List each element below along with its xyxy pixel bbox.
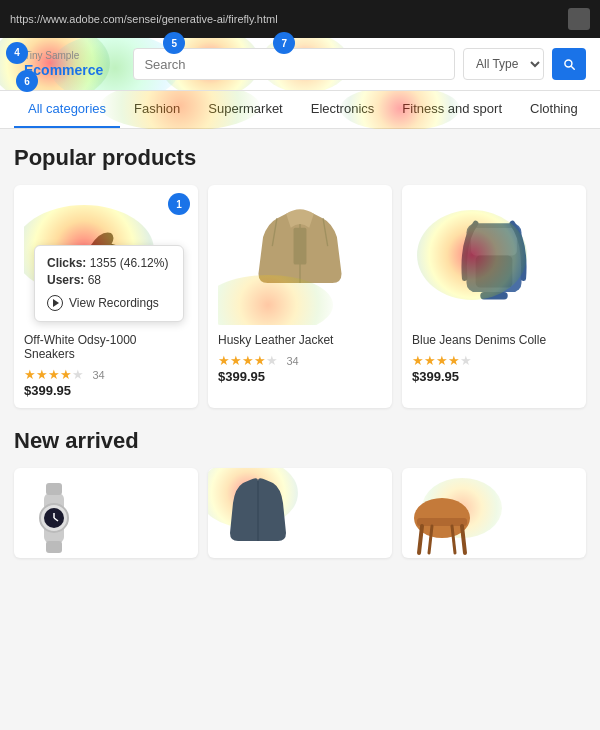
- svg-rect-16: [417, 518, 467, 526]
- product-price-jacket: $399.95: [218, 369, 382, 384]
- tooltip-clicks: Clicks: 1355 (46.12%): [47, 256, 171, 270]
- product-image-jacket: [218, 195, 382, 325]
- nav-wrapper: All categories Fashion Supermarket Elect…: [0, 91, 600, 129]
- backpack-illustration: [444, 205, 544, 315]
- product-stars-sneakers: ★★★★★ 34: [24, 365, 188, 383]
- product-price-sneakers: $399.95: [24, 383, 188, 398]
- bubble-1: 1: [168, 193, 190, 215]
- svg-line-18: [462, 526, 465, 553]
- product-stars-jacket: ★★★★★ 34: [218, 351, 382, 369]
- product-name-jacket: Husky Leather Jacket: [218, 333, 382, 347]
- tooltip-users: Users: 68: [47, 273, 171, 287]
- svg-rect-7: [476, 255, 513, 287]
- play-triangle: [53, 299, 59, 307]
- nav-item-electronics[interactable]: Electronics: [297, 91, 389, 128]
- jacket2-illustration: [223, 473, 293, 558]
- svg-line-17: [419, 526, 422, 553]
- new-card-watch[interactable]: [14, 468, 198, 558]
- logo-wrapper: 4 Tiny Sample Ecommerce 6: [14, 50, 103, 79]
- product-image-backpack: [412, 195, 576, 325]
- play-icon: [47, 295, 63, 311]
- svg-rect-6: [480, 292, 508, 299]
- review-count-jacket: 34: [286, 355, 298, 367]
- search-area: 5 7 All Type: [133, 48, 586, 80]
- browser-top-bar: https://www.adobe.com/sensei/generative-…: [0, 0, 600, 38]
- logo-small-text: Tiny Sample: [24, 50, 103, 62]
- nav-item-fashion[interactable]: Fashion: [120, 91, 194, 128]
- popular-products-title: Popular products: [14, 145, 586, 171]
- new-arrived-title: New arrived: [14, 428, 586, 454]
- product-card-sneakers[interactable]: 1 Clicks: 1355 (46.12%): [14, 185, 198, 408]
- jacket-illustration: [245, 200, 355, 320]
- site-header: 4 Tiny Sample Ecommerce 6 5 7 All Type: [0, 38, 600, 91]
- nav-item-all-categories[interactable]: All categories: [14, 91, 120, 128]
- product-name-sneakers: Off-White Odsy-1000 Sneakers: [24, 333, 188, 361]
- nav-item-clothing[interactable]: Clothing: [516, 91, 592, 128]
- search-input[interactable]: [133, 48, 455, 80]
- product-card-backpack[interactable]: Blue Jeans Denims Colle ★★★★★ $399.95: [402, 185, 586, 408]
- search-button[interactable]: [552, 48, 586, 80]
- browser-button[interactable]: [568, 8, 590, 30]
- svg-rect-5: [471, 228, 517, 256]
- tooltip-popup: Clicks: 1355 (46.12%) Users: 68 View Rec…: [34, 245, 184, 322]
- svg-rect-13: [46, 483, 62, 495]
- bubble-6: 6: [16, 70, 38, 92]
- bubble-4: 4: [6, 42, 28, 64]
- svg-rect-3: [294, 228, 307, 265]
- nav-item-supermarket[interactable]: Supermarket: [194, 91, 296, 128]
- view-recordings-button[interactable]: View Recordings: [47, 295, 171, 311]
- new-arrived-grid: [14, 468, 586, 558]
- product-grid: 1 Clicks: 1355 (46.12%): [14, 185, 586, 408]
- view-recordings-label: View Recordings: [69, 296, 159, 310]
- url-bar: https://www.adobe.com/sensei/generative-…: [10, 13, 560, 25]
- product-price-backpack: $399.95: [412, 369, 576, 384]
- product-card-jacket[interactable]: Husky Leather Jacket ★★★★★ 34 $399.95: [208, 185, 392, 408]
- search-icon: [562, 57, 576, 71]
- svg-rect-14: [46, 541, 62, 553]
- product-name-backpack: Blue Jeans Denims Colle: [412, 333, 576, 347]
- new-card-item3[interactable]: [402, 468, 586, 558]
- main-nav: All categories Fashion Supermarket Elect…: [0, 91, 600, 129]
- header-top-row: 4 Tiny Sample Ecommerce 6 5 7 All Type: [14, 48, 586, 90]
- watch-illustration: [24, 478, 84, 558]
- new-card-jacket2[interactable]: [208, 468, 392, 558]
- nav-item-fitness[interactable]: Fitness and sport: [388, 91, 516, 128]
- type-select[interactable]: All Type: [463, 48, 544, 80]
- review-count-sneakers: 34: [92, 369, 104, 381]
- product-stars-backpack: ★★★★★: [412, 351, 576, 369]
- chair-illustration: [407, 478, 477, 558]
- main-content: Popular products 1 Cl: [0, 129, 600, 574]
